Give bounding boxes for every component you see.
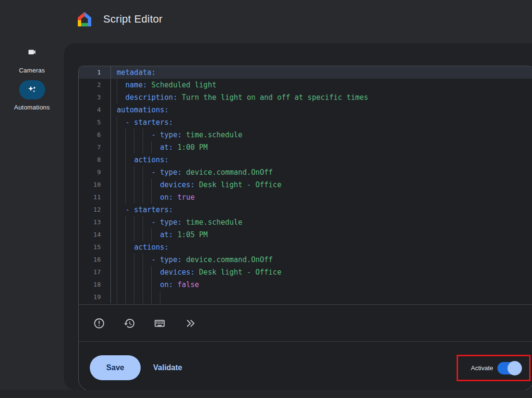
save-button[interactable]: Save xyxy=(90,355,141,380)
code-token: actions: xyxy=(134,156,169,164)
code-token: Scheduled light xyxy=(147,81,217,89)
code-token xyxy=(117,205,125,214)
code-line[interactable]: 16 - type: device.command.OnOff xyxy=(79,253,532,266)
code-token: true xyxy=(173,193,194,202)
code-line[interactable]: 13 - type: time.schedule xyxy=(79,216,532,229)
history-icon[interactable] xyxy=(123,317,135,329)
code-line[interactable]: 8 actions: xyxy=(79,154,532,166)
code-line[interactable]: 10 devices: Desk light - Office xyxy=(79,179,532,191)
line-content: on: false xyxy=(111,278,532,291)
code-line[interactable]: 2 name: Scheduled light xyxy=(79,79,532,91)
indent-guide xyxy=(134,191,134,204)
indent-guide xyxy=(151,278,152,291)
code-line[interactable]: 4automations: xyxy=(79,104,532,116)
sidebar-item-cameras[interactable]: Cameras xyxy=(19,43,45,74)
indent-guide xyxy=(160,291,160,303)
code-token: actions: xyxy=(134,243,169,252)
line-content: - type: device.command.OnOff xyxy=(111,253,532,266)
code-line[interactable]: 1metadata: xyxy=(79,66,532,79)
editor-toolbar xyxy=(79,305,532,342)
code-token xyxy=(117,230,160,239)
error-icon[interactable] xyxy=(93,317,105,329)
line-number: 8 xyxy=(79,154,111,166)
camera-icon xyxy=(27,48,36,59)
indent-guide xyxy=(125,216,126,229)
action-bar: Save Validate Activate xyxy=(79,342,532,390)
code-line[interactable]: 14 at: 1:05 PM xyxy=(79,229,532,241)
line-content: - type: time.schedule xyxy=(111,129,532,141)
code-editor[interactable]: 1metadata:2 name: Scheduled light3 descr… xyxy=(79,66,532,305)
code-line[interactable]: 17 devices: Desk light - Office xyxy=(79,266,532,278)
indent-guide xyxy=(117,216,117,229)
indent-guide xyxy=(151,179,152,191)
code-token: time.schedule xyxy=(181,131,242,139)
indent-guide xyxy=(143,253,143,266)
keyboard-icon[interactable] xyxy=(153,317,166,329)
code-line[interactable]: 18 on: false xyxy=(79,278,532,291)
code-line[interactable]: 19 xyxy=(79,291,532,303)
line-content: - starters: xyxy=(111,116,532,129)
line-number: 10 xyxy=(79,179,111,191)
line-number: 2 xyxy=(79,79,111,91)
line-number: 11 xyxy=(79,191,111,204)
indent-guide xyxy=(143,141,143,154)
sidebar: CamerasAutomations xyxy=(0,43,64,398)
line-number: 4 xyxy=(79,104,111,116)
line-number: 14 xyxy=(79,229,111,241)
indent-guide xyxy=(134,129,134,141)
code-token: false xyxy=(173,280,199,289)
sidebar-item-pill xyxy=(19,80,45,99)
code-token xyxy=(117,280,160,289)
page-title: Script Editor xyxy=(103,13,163,25)
code-token: metadata: xyxy=(117,68,156,77)
line-content: - starters: xyxy=(111,204,532,216)
indent-guide xyxy=(117,266,117,278)
line-content: name: Scheduled light xyxy=(111,79,532,91)
code-line[interactable]: 9 - type: device.command.OnOff xyxy=(79,166,532,179)
indent-guide xyxy=(125,266,126,278)
code-line[interactable]: 3 description: Turn the light on and off… xyxy=(79,91,532,104)
indent-guide xyxy=(151,141,152,154)
indent-guide xyxy=(134,278,134,291)
code-line[interactable]: 15 actions: xyxy=(79,241,532,253)
code-line[interactable]: 5 - starters: xyxy=(79,116,532,129)
code-line[interactable]: 7 at: 1:00 PM xyxy=(79,141,532,154)
indent-guide xyxy=(125,129,126,141)
line-content: automations: xyxy=(111,104,532,116)
line-content: metadata: xyxy=(111,66,532,79)
line-content xyxy=(111,291,532,303)
code-token: - starters: xyxy=(125,205,173,214)
indent-guide xyxy=(125,179,126,191)
code-token: Desk light - Office xyxy=(195,181,282,189)
code-token: description: xyxy=(125,93,177,102)
code-line[interactable]: 6 - type: time.schedule xyxy=(79,129,532,141)
code-token: - starters: xyxy=(125,118,173,127)
indent-guide xyxy=(125,166,126,179)
code-token: on: xyxy=(160,193,173,202)
code-token xyxy=(117,193,160,202)
indent-guide xyxy=(134,179,134,191)
code-token: - type: xyxy=(151,168,181,177)
code-token: device.command.OnOff xyxy=(181,168,273,177)
code-token xyxy=(117,93,125,102)
code-token: Desk light - Office xyxy=(195,268,282,277)
validate-button[interactable]: Validate xyxy=(153,363,182,372)
indent-guide xyxy=(117,229,117,241)
code-line[interactable]: 11 on: true xyxy=(79,191,532,204)
annotation-box: Activate xyxy=(457,355,531,381)
line-number: 5 xyxy=(79,116,111,129)
indent-guide xyxy=(117,241,117,253)
code-line[interactable]: 12 - starters: xyxy=(79,204,532,216)
line-number: 7 xyxy=(79,141,111,154)
sidebar-item-automations[interactable]: Automations xyxy=(14,80,49,111)
indent-guide xyxy=(117,179,117,191)
code-token xyxy=(117,143,160,152)
line-content: actions: xyxy=(111,154,532,166)
indent-guide xyxy=(134,141,134,154)
code-token: devices: xyxy=(160,181,194,189)
double-chevron-icon[interactable] xyxy=(183,317,196,329)
line-content: devices: Desk light - Office xyxy=(111,266,532,278)
line-content: actions: xyxy=(111,241,532,253)
indent-guide xyxy=(125,229,126,241)
activate-toggle[interactable] xyxy=(497,362,520,374)
